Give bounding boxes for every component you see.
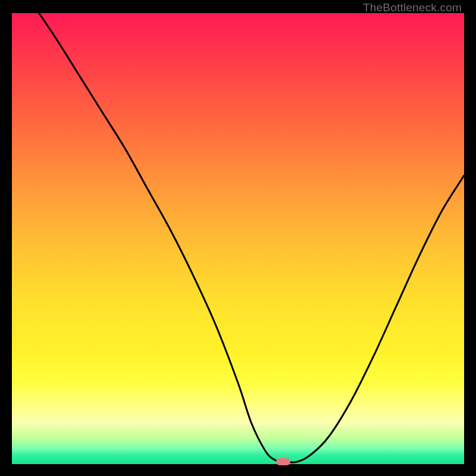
chart-container: TheBottleneck.com [0, 0, 476, 476]
watermark-text: TheBottleneck.com [363, 1, 462, 14]
optimum-marker [276, 458, 290, 465]
plot-area [12, 13, 464, 464]
curve-svg [12, 13, 464, 464]
bottleneck-curve [39, 13, 464, 462]
